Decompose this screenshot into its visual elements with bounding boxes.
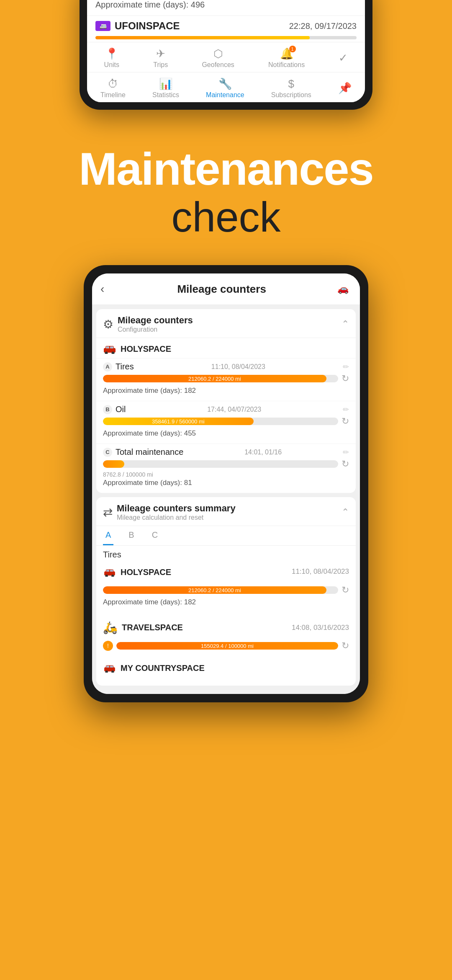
tires-progress-label: 212060.2 / 224000 mi — [188, 376, 241, 382]
total-maint-progress-label: 8762.8 / 100000 mi — [103, 471, 153, 478]
section1-sub: Configuration — [118, 326, 193, 333]
maintenance-icon: 🔧 — [218, 77, 232, 90]
oil-name: Oil — [116, 405, 126, 414]
oil-item: B Oil 17:44, 04/07/2023 ✏ 358461.9 / 560… — [96, 401, 356, 444]
summary-tabs: A B C — [96, 526, 356, 546]
holyspace-summary-name: HOLYSPACE — [121, 567, 171, 577]
vehicle-row-holyspace: HOLYSPACE — [96, 338, 356, 358]
nav-trips[interactable]: ✈ Trips — [149, 46, 172, 70]
top-phone: 3235.8 / 400000 mi ↻ Approximate time (d… — [80, 0, 372, 110]
section2-title: Mileage counters summary — [117, 503, 236, 514]
tab-b[interactable]: B — [126, 526, 136, 545]
tp-nav-row1: 📍 Units ✈ Trips ⬡ Geofences 🔔 1 Notifi — [87, 42, 365, 72]
tires-refresh-icon[interactable]: ↻ — [342, 373, 349, 384]
travelspace-progress-row: ! 155029.4 / 100000 mi ↻ — [96, 637, 356, 657]
tp-vehicle-name: UFOINSPACE — [115, 20, 180, 32]
maintenance-label: Maintenance — [206, 91, 244, 99]
section2-sub: Mileage calculation and reset — [117, 514, 236, 521]
nav-subscriptions[interactable]: $ Subscriptions — [267, 76, 316, 101]
tires-name: Tires — [116, 362, 134, 371]
nav-timeline[interactable]: ⏱ Timeline — [96, 76, 130, 101]
total-maint-edit-icon[interactable]: ✏ — [343, 448, 349, 457]
holyspace-summary-maint: 212060.2 / 224000 mi ↻ Approximate time … — [96, 581, 356, 611]
tires-item: A Tires 11:10, 08/04/2023 ✏ 212060.2 / 2… — [96, 358, 356, 401]
timeline-label: Timeline — [100, 91, 126, 99]
oil-edit-icon[interactable]: ✏ — [343, 405, 349, 414]
statistics-icon: 📊 — [159, 77, 172, 90]
tires-approx: Approximate time (days): 182 — [103, 386, 349, 396]
top-phone-wrapper: 3235.8 / 400000 mi ↻ Approximate time (d… — [0, 0, 452, 110]
tp-top-bar: 3235.8 / 400000 mi ↻ Approximate time (d… — [87, 0, 365, 15]
holyspace-car-icon — [103, 342, 116, 356]
tires-edit-icon[interactable]: ✏ — [343, 362, 349, 371]
nav-statistics[interactable]: 📊 Statistics — [148, 76, 183, 101]
countryspace-row: MY COUNTRYSPACE — [96, 657, 356, 677]
hero-subtitle: check — [25, 194, 427, 240]
svg-rect-11 — [110, 570, 113, 572]
travelspace-refresh[interactable]: ↻ — [342, 640, 349, 651]
summary-vehicle-row-1: HOLYSPACE 11:10, 08/04/2023 — [96, 561, 356, 581]
total-maint-refresh-icon[interactable]: ↻ — [342, 459, 349, 469]
header-car-icon[interactable]: 🚗 — [334, 280, 352, 298]
svg-rect-4 — [106, 346, 109, 348]
oil-progress-label: 358461.9 / 560000 mi — [152, 418, 205, 425]
nav-pin[interactable]: 📌 — [334, 80, 356, 96]
top-phone-screen: 3235.8 / 400000 mi ↻ Approximate time (d… — [87, 0, 365, 102]
bottom-phone-wrapper: ‹ Mileage counters 🚗 ⚙ Mileage counters … — [0, 265, 452, 727]
svg-rect-17 — [110, 666, 113, 668]
summary-category-label: Tires — [96, 546, 356, 561]
tp-datetime: 22:28, 09/17/2023 — [289, 21, 357, 31]
travelspace-row: 🛵 TRAVELSPACE 14:08, 03/16/2023 — [96, 616, 356, 637]
units-label: Units — [104, 61, 119, 69]
sub-label-a — [96, 611, 356, 616]
section1-chevron[interactable]: ⌃ — [342, 319, 349, 330]
section1-title: Mileage counters — [118, 315, 193, 326]
units-icon: 📍 — [105, 47, 118, 60]
pin-icon: 📌 — [338, 82, 352, 95]
bp-scroll-content: ⚙ Mileage counters Configuration ⌃ — [92, 305, 360, 694]
svg-rect-10 — [106, 570, 109, 572]
countryspace-name: MY COUNTRYSPACE — [121, 663, 205, 673]
geofences-icon: ⬡ — [213, 47, 223, 60]
tp-progress-bar — [87, 36, 365, 42]
svg-rect-5 — [110, 346, 113, 348]
nav-maintenance[interactable]: 🔧 Maintenance — [202, 76, 249, 101]
travelspace-icon: 🛵 — [103, 621, 118, 634]
travelspace-name: TRAVELSPACE — [122, 623, 183, 632]
tab-c[interactable]: C — [149, 526, 160, 545]
oil-date: 17:44, 04/07/2023 — [207, 406, 261, 413]
holyspace-summary-refresh[interactable]: ↻ — [342, 585, 349, 596]
nav-notifications[interactable]: 🔔 1 Notifications — [264, 46, 309, 70]
timeline-icon: ⏱ — [108, 77, 118, 90]
warn-icon: ! — [103, 641, 113, 651]
holyspace-summary-date: 11:10, 08/04/2023 — [292, 567, 349, 577]
travelspace-progress-label: 155029.4 / 100000 mi — [201, 643, 254, 649]
section1-header: ⚙ Mileage counters Configuration ⌃ — [96, 309, 356, 338]
notification-badge: 1 — [289, 46, 296, 52]
statistics-label: Statistics — [152, 91, 179, 99]
nav-check[interactable]: ✓ — [334, 50, 352, 66]
svg-rect-16 — [106, 666, 109, 668]
bottom-phone-screen: ‹ Mileage counters 🚗 ⚙ Mileage counters … — [92, 273, 360, 694]
tp-vehicle-bar: 🚐 UFOINSPACE 22:28, 09/17/2023 — [87, 15, 365, 36]
mileage-counters-section: ⚙ Mileage counters Configuration ⌃ — [96, 309, 356, 493]
section2-header: ⇄ Mileage counters summary Mileage calcu… — [96, 497, 356, 526]
tab-a[interactable]: A — [103, 526, 113, 545]
section2-chevron[interactable]: ⌃ — [342, 507, 349, 518]
total-maint-name: Total maintenance — [116, 447, 183, 457]
travelspace-date: 14:08, 03/16/2023 — [292, 624, 349, 632]
subscriptions-icon: $ — [288, 77, 294, 90]
check-icon: ✓ — [339, 52, 348, 64]
notifications-label: Notifications — [268, 61, 305, 69]
holyspace-summary-progress-label: 212060.2 / 224000 mi — [188, 587, 241, 593]
trips-icon: ✈ — [156, 47, 165, 60]
oil-refresh-icon[interactable]: ↻ — [342, 416, 349, 427]
back-button[interactable]: ‹ — [100, 282, 104, 296]
hero-section: Maintenances check — [0, 110, 452, 265]
oil-approx: Approximate time (days): 455 — [103, 428, 349, 438]
tp-vehicle-icon: 🚐 — [95, 21, 110, 31]
nav-geofences[interactable]: ⬡ Geofences — [198, 46, 238, 70]
trips-label: Trips — [153, 61, 168, 69]
badge-a: A — [103, 362, 112, 371]
nav-units[interactable]: 📍 Units — [100, 46, 123, 70]
